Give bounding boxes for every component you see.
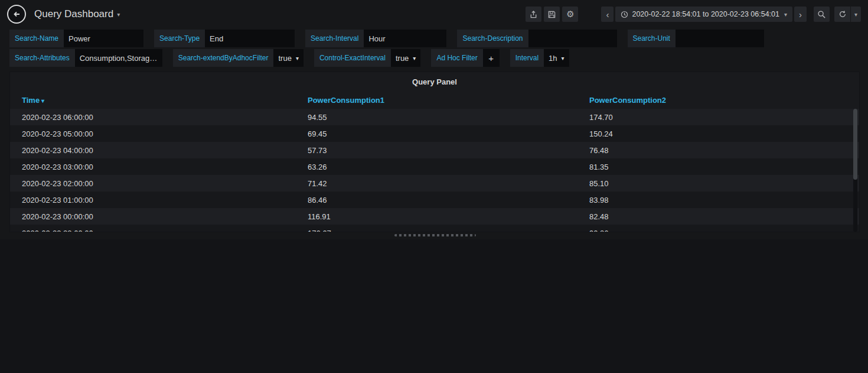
- search-type-input[interactable]: [205, 30, 295, 47]
- chevron-left-icon: ‹: [606, 9, 609, 20]
- refresh-icon: [838, 10, 847, 18]
- zoom-out-button[interactable]: [814, 7, 830, 22]
- gear-icon: ⚙: [566, 9, 574, 20]
- variables-row-2: Search-Attributes Search-extendByAdhocFi…: [9, 49, 569, 67]
- table-row: 2020-02-23 00:00:00 116.91 82.48: [10, 208, 859, 225]
- refresh-interval-dropdown[interactable]: ▾: [850, 7, 861, 22]
- table-header-powerconsumption2[interactable]: PowerConsumption2: [577, 96, 859, 105]
- cell-value1: 86.46: [296, 196, 577, 205]
- plus-icon: +: [488, 53, 494, 63]
- share-button[interactable]: [526, 7, 541, 22]
- interval-label: Interval: [510, 49, 544, 67]
- panel-title[interactable]: Query Panel: [10, 72, 859, 92]
- cell-value2: 150.24: [577, 129, 859, 138]
- table-horizontal-scrollbar-thumb[interactable]: [394, 234, 476, 236]
- dashboard-title-caret-icon[interactable]: ▾: [117, 11, 120, 18]
- share-icon: [529, 10, 538, 19]
- time-controls: ‹ 2020-02-22 18:54:01 to 2020-02-23 06:5…: [599, 7, 861, 22]
- table-row-clipped: 2020-02-22 23:00:00 176.67 90.26: [10, 225, 859, 232]
- cell-value2: 81.35: [577, 163, 859, 171]
- select-value: true: [278, 54, 291, 63]
- panel-editor: ⚙ Query {..} default ▾ Add Query Query I…: [0, 239, 868, 373]
- save-icon: [547, 10, 556, 19]
- cell-time: 2020-02-23 02:00:00: [10, 179, 296, 188]
- cell-value2: 85.10: [577, 179, 859, 188]
- sort-caret-icon: ▾: [41, 98, 44, 104]
- cell-value1: 94.55: [296, 113, 577, 122]
- cell-value1: 71.42: [296, 179, 577, 188]
- dashboard-title: Query Dashboard: [34, 8, 113, 20]
- caret-down-icon: ▾: [562, 55, 564, 61]
- search-attributes-input[interactable]: [75, 49, 162, 67]
- column-label: PowerConsumption1: [308, 96, 384, 105]
- table-row: 2020-02-23 06:00:00 94.55 174.70: [10, 109, 859, 125]
- table-header-time[interactable]: Time▾: [10, 96, 296, 105]
- table-body: 2020-02-23 06:00:00 94.55 174.70 2020-02…: [10, 109, 859, 232]
- time-shift-right-button[interactable]: ›: [794, 7, 807, 22]
- save-button[interactable]: [544, 7, 560, 22]
- cell-value2: 90.26: [577, 229, 859, 233]
- column-label: PowerConsumption2: [589, 96, 666, 105]
- cell-time: 2020-02-23 01:00:00: [10, 196, 296, 205]
- refresh-button[interactable]: [834, 7, 850, 22]
- caret-down-icon: ▾: [296, 55, 299, 61]
- table-row: 2020-02-23 02:00:00 71.42 85.10: [10, 175, 859, 192]
- search-description-input[interactable]: [528, 30, 617, 47]
- cell-value1: 63.26: [296, 163, 577, 171]
- chevron-right-icon: ›: [799, 9, 802, 20]
- clock-icon: [621, 11, 628, 18]
- cell-value2: 174.70: [577, 113, 859, 122]
- query-panel: Query Panel Time▾ PowerConsumption1 Powe…: [9, 72, 860, 232]
- table-vertical-scrollbar-thumb[interactable]: [853, 109, 857, 180]
- search-name-input[interactable]: [64, 30, 143, 47]
- refresh-caret-icon: ▾: [854, 11, 857, 18]
- time-shift-left-button[interactable]: ‹: [601, 7, 614, 22]
- table-header-row: Time▾ PowerConsumption1 PowerConsumption…: [10, 92, 859, 109]
- time-range-button[interactable]: 2020-02-22 18:54:01 to 2020-02-23 06:54:…: [615, 7, 792, 22]
- cell-time: 2020-02-23 06:00:00: [10, 113, 296, 122]
- ad-hoc-filter-label: Ad Hoc Filter: [431, 49, 482, 67]
- search-extendbyadhocfilter-label: Search-extendByAdhocFilter: [173, 49, 274, 67]
- caret-down-icon: ▾: [413, 55, 416, 61]
- back-button[interactable]: [7, 5, 26, 24]
- cell-time: 2020-02-23 05:00:00: [10, 129, 296, 138]
- cell-time: 2020-02-23 04:00:00: [10, 146, 296, 155]
- control-exactinterval-select[interactable]: true ▾: [391, 49, 420, 67]
- select-value: true: [396, 54, 409, 63]
- table-row: 2020-02-23 01:00:00 86.46 83.98: [10, 192, 859, 208]
- search-unit-label: Search-Unit: [628, 30, 676, 47]
- cell-value1: 57.73: [296, 146, 577, 155]
- magnifier-icon: [817, 10, 826, 19]
- navbar-right-controls: ⚙ ‹ 2020-02-22 18:54:01 to 2020-02-23 06…: [523, 7, 861, 22]
- search-name-label: Search-Name: [9, 30, 64, 47]
- column-label: Time: [22, 96, 40, 105]
- search-extendbyadhocfilter-select[interactable]: true ▾: [273, 49, 303, 67]
- cell-time: 2020-02-22 23:00:00: [10, 229, 296, 233]
- interval-select[interactable]: 1h ▾: [544, 49, 569, 67]
- variables-row-1: Search-Name Search-Type Search-Interval …: [9, 30, 764, 47]
- search-interval-input[interactable]: [364, 30, 446, 47]
- cell-value2: 83.98: [577, 196, 859, 205]
- ad-hoc-filter-add-button[interactable]: +: [483, 49, 500, 67]
- cell-value1: 116.91: [296, 212, 577, 221]
- table-header-powerconsumption1[interactable]: PowerConsumption1: [296, 96, 577, 105]
- search-unit-input[interactable]: [676, 30, 764, 47]
- select-value: 1h: [549, 54, 557, 63]
- table-vertical-scrollbar: [853, 109, 857, 232]
- table-row: 2020-02-23 04:00:00 57.73 76.48: [10, 142, 859, 158]
- cell-value2: 82.48: [577, 212, 859, 221]
- dashboard-settings-button[interactable]: ⚙: [562, 7, 578, 22]
- cell-time: 2020-02-23 00:00:00: [10, 212, 296, 221]
- control-exactinterval-label: Control-ExactInterval: [314, 49, 391, 67]
- cell-value1: 69.45: [296, 129, 577, 138]
- time-range-caret-icon: ▾: [784, 11, 787, 18]
- search-description-label: Search-Description: [457, 30, 528, 47]
- search-type-label: Search-Type: [154, 30, 205, 47]
- time-range-label: 2020-02-22 18:54:01 to 2020-02-23 06:54:…: [632, 10, 779, 18]
- search-interval-label: Search-Interval: [305, 30, 364, 47]
- refresh-controls: ▾: [834, 7, 861, 22]
- table-row: 2020-02-23 03:00:00 63.26 81.35: [10, 158, 859, 175]
- cell-value2: 76.48: [577, 146, 859, 155]
- back-arrow-icon: [12, 9, 21, 19]
- cell-time: 2020-02-23 03:00:00: [10, 163, 296, 171]
